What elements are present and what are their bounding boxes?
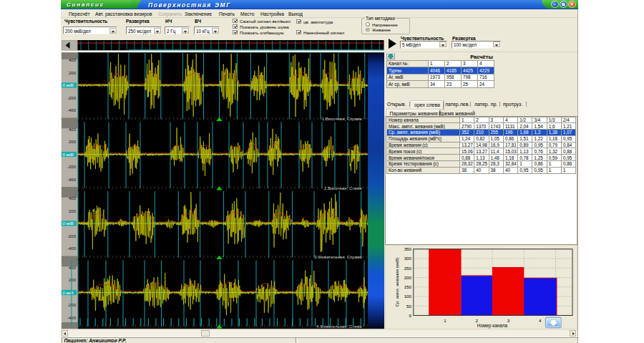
svg-text:3.Жевательная, Справа: 3.Жевательная, Справа bbox=[314, 255, 362, 259]
svg-text:200: 200 bbox=[69, 71, 77, 75]
svg-text:0 мкВ: 0 мкВ bbox=[63, 83, 74, 87]
svg-text:250: 250 bbox=[404, 266, 412, 271]
svg-text:3: 3 bbox=[507, 318, 510, 323]
svg-text:-400: -400 bbox=[67, 246, 77, 251]
svg-text:0 мкВ: 0 мкВ bbox=[63, 153, 74, 157]
svg-text:1.Височная, Справа: 1.Височная, Справа bbox=[322, 117, 362, 121]
svg-text:2: 2 bbox=[475, 318, 478, 323]
svg-text:2.Височная, Слева: 2.Височная, Слева bbox=[324, 186, 362, 190]
svg-text:4: 4 bbox=[539, 318, 542, 323]
svg-text:200: 200 bbox=[404, 275, 412, 280]
svg-text:0 мкВ: 0 мкВ bbox=[63, 291, 74, 295]
svg-text:150: 150 bbox=[404, 284, 412, 289]
svg-text:Номер канала: Номер канала bbox=[477, 323, 508, 329]
svg-text:0 мкВ: 0 мкВ bbox=[63, 221, 74, 226]
svg-text:200: 200 bbox=[69, 209, 77, 213]
svg-text:200: 200 bbox=[69, 278, 77, 282]
svg-text:-200: -200 bbox=[67, 234, 77, 238]
svg-text:Ср. ампл. жевания (мкВ): Ср. ампл. жевания (мкВ) bbox=[395, 258, 399, 307]
svg-text:0: 0 bbox=[409, 313, 412, 318]
svg-text:200: 200 bbox=[69, 140, 77, 144]
svg-text:300: 300 bbox=[404, 256, 412, 261]
svg-text:-400: -400 bbox=[67, 108, 77, 112]
svg-text:-400: -400 bbox=[67, 178, 77, 182]
svg-text:400: 400 bbox=[69, 127, 77, 132]
svg-text:-200: -200 bbox=[67, 96, 77, 100]
svg-text:400: 400 bbox=[69, 196, 77, 201]
svg-text:-200: -200 bbox=[67, 165, 77, 169]
svg-text:100: 100 bbox=[404, 294, 412, 299]
svg-text:400: 400 bbox=[69, 58, 77, 62]
svg-text:1: 1 bbox=[444, 318, 447, 323]
svg-text:400: 400 bbox=[69, 266, 77, 270]
svg-text:50: 50 bbox=[406, 304, 411, 309]
svg-text:350: 350 bbox=[404, 246, 412, 251]
